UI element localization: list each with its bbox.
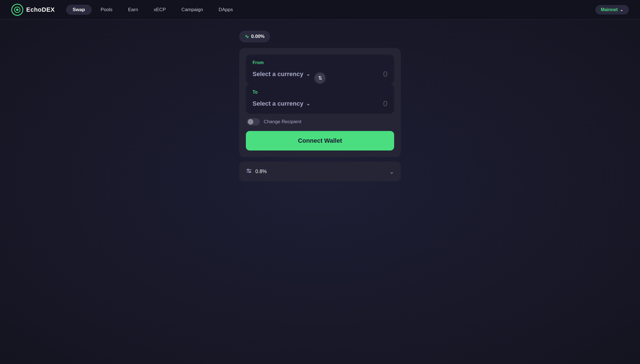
to-currency-placeholder: Select a currency [253, 100, 303, 107]
svg-point-6 [249, 171, 251, 173]
main-content: ∿ 0.00% From Select a currency ⌄ 0 ⇅ To [0, 20, 640, 193]
logo-text: EchoDEX [26, 6, 55, 13]
to-amount[interactable]: 0 [383, 99, 387, 108]
svg-point-2 [16, 9, 18, 11]
rate-badge: ∿ 0.00% [239, 31, 270, 42]
nav-campaign[interactable]: Campaign [175, 5, 210, 15]
network-button[interactable]: Mainnet ⌄ [595, 5, 629, 14]
nav-earn[interactable]: Earn [121, 5, 145, 15]
nav-dapps[interactable]: DApps [212, 5, 239, 15]
from-label: From [253, 60, 387, 65]
nav-swap[interactable]: Swap [66, 5, 92, 15]
connect-wallet-button[interactable]: Connect Wallet [246, 131, 394, 151]
to-section: To Select a currency ⌄ 0 [246, 84, 394, 114]
network-label: Mainnet [601, 7, 618, 12]
slippage-settings-icon [246, 168, 252, 175]
nav-xecp[interactable]: xECP [147, 5, 172, 15]
logo[interactable]: EchoDEX [11, 4, 55, 16]
to-currency-row: Select a currency ⌄ 0 [253, 99, 387, 108]
swap-direction-button[interactable]: ⇅ [314, 72, 326, 84]
to-label: To [253, 90, 387, 95]
swap-card: From Select a currency ⌄ 0 ⇅ To Select a… [239, 48, 401, 157]
to-currency-selector[interactable]: Select a currency ⌄ [253, 100, 310, 107]
from-amount[interactable]: 0 [383, 70, 387, 79]
slippage-left: 0.8% [246, 168, 267, 175]
nav-pools[interactable]: Pools [94, 5, 119, 15]
change-recipient-toggle[interactable] [247, 118, 260, 125]
logo-icon [11, 4, 23, 16]
network-chevron-icon: ⌄ [620, 8, 623, 12]
toggle-thumb [248, 119, 253, 125]
swap-arrows-icon: ⇅ [318, 76, 322, 81]
slippage-card[interactable]: 0.8% ⌄ [239, 162, 401, 181]
rate-value: 0.00% [251, 34, 265, 39]
from-currency-selector[interactable]: Select a currency ⌄ [253, 71, 310, 78]
from-currency-chevron-icon: ⌄ [306, 71, 310, 77]
change-recipient-label: Change Recipient [264, 119, 301, 125]
svg-point-5 [248, 169, 249, 171]
from-currency-placeholder: Select a currency [253, 71, 303, 78]
navbar: EchoDEX Swap Pools Earn xECP Campaign DA… [0, 0, 640, 20]
recipient-row: Change Recipient [246, 114, 394, 130]
slippage-chevron-icon: ⌄ [389, 168, 394, 175]
to-currency-chevron-icon: ⌄ [306, 101, 310, 107]
rate-icon: ∿ [245, 33, 249, 40]
nav-links: Swap Pools Earn xECP Campaign DApps [66, 5, 595, 15]
slippage-value: 0.8% [255, 169, 267, 174]
